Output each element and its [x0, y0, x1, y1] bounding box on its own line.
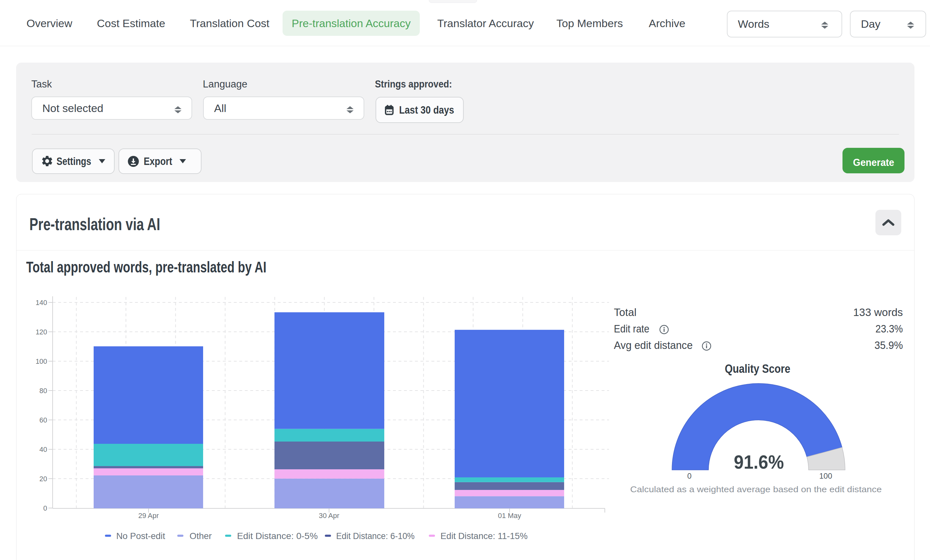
svg-text:Edit Distance: 11-15%: Edit Distance: 11-15% [440, 531, 528, 541]
svg-text:100: 100 [35, 358, 47, 365]
svg-text:No Post-edit: No Post-edit [116, 531, 165, 541]
svg-text:Avg edit distance: Avg edit distance [614, 339, 693, 351]
svg-text:23.3%: 23.3% [875, 322, 903, 335]
svg-text:140: 140 [35, 299, 47, 307]
svg-text:Other: Other [189, 531, 212, 541]
svg-text:Total: Total [614, 306, 636, 318]
svg-text:40: 40 [39, 446, 47, 454]
svg-text:Edit Distance: 0-5%: Edit Distance: 0-5% [237, 531, 318, 541]
svg-text:100: 100 [819, 472, 832, 480]
svg-text:Calculated as a weighted avera: Calculated as a weighted average based o… [630, 485, 882, 494]
svg-text:120: 120 [35, 328, 47, 336]
svg-text:35.9%: 35.9% [875, 339, 903, 351]
svg-text:60: 60 [39, 416, 47, 424]
svg-text:30 Apr: 30 Apr [319, 512, 339, 520]
svg-text:Pre-translation via AI: Pre-translation via AI [29, 215, 160, 234]
svg-text:Quality Score: Quality Score [725, 362, 790, 375]
svg-text:Total approved words, pre-tran: Total approved words, pre-translated by … [26, 258, 266, 275]
svg-text:01 May: 01 May [498, 512, 521, 520]
svg-text:133 words: 133 words [853, 306, 903, 318]
svg-text:0: 0 [687, 472, 691, 480]
svg-text:0: 0 [43, 505, 47, 512]
svg-text:80: 80 [39, 387, 47, 395]
svg-text:20: 20 [39, 475, 47, 483]
svg-text:29 Apr: 29 Apr [138, 512, 159, 520]
svg-text:Edit Distance: 6-10%: Edit Distance: 6-10% [336, 531, 415, 541]
svg-text:91.6%: 91.6% [734, 451, 784, 473]
svg-text:Edit rate: Edit rate [614, 322, 650, 335]
